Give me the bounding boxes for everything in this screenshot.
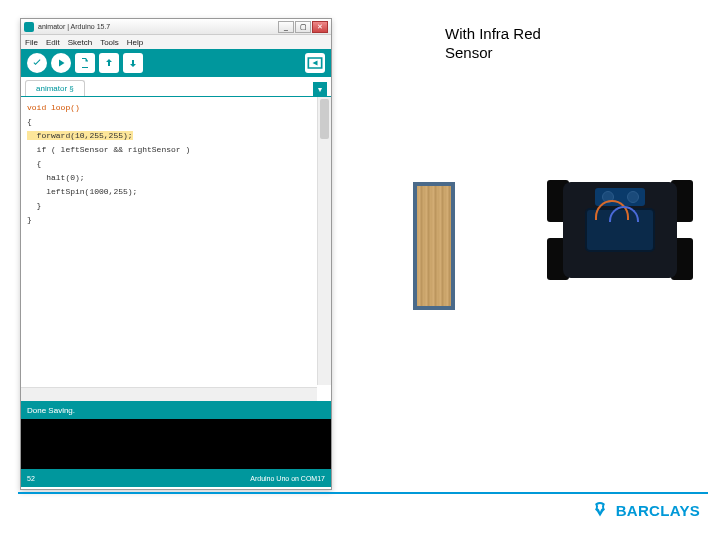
tab-bar: animator § ▾ <box>21 77 331 97</box>
menu-tools[interactable]: Tools <box>100 38 119 47</box>
status-bar: Done Saving. <box>21 401 331 419</box>
menu-help[interactable]: Help <box>127 38 143 47</box>
arrow-up-icon <box>103 57 115 69</box>
window-title: animator | Arduino 15.7 <box>38 23 278 30</box>
vertical-scrollbar[interactable] <box>317 97 331 385</box>
menu-bar: File Edit Sketch Tools Help <box>21 35 331 49</box>
console-output[interactable] <box>21 419 331 469</box>
arrow-down-icon <box>127 57 139 69</box>
minimize-button[interactable]: _ <box>278 21 294 33</box>
footer-bar: 52 Arduino Uno on COM17 <box>21 469 331 487</box>
sensor-eye-icon <box>627 191 639 203</box>
maximize-button[interactable]: ▢ <box>295 21 311 33</box>
arrow-right-icon <box>55 57 67 69</box>
caption-line1: With Infra Red <box>445 25 541 44</box>
brand-logo: BARCLAYS <box>590 500 700 520</box>
serial-monitor-button[interactable] <box>305 53 325 73</box>
check-icon <box>31 57 43 69</box>
code-line: void loop() <box>27 103 80 112</box>
file-icon <box>79 57 91 69</box>
verify-button[interactable] <box>27 53 47 73</box>
save-button[interactable] <box>123 53 143 73</box>
menu-sketch[interactable]: Sketch <box>68 38 92 47</box>
code-line: if ( leftSensor && rightSensor ) <box>27 143 325 157</box>
status-text: Done Saving. <box>27 406 75 415</box>
board-info: Arduino Uno on COM17 <box>250 475 325 482</box>
new-button[interactable] <box>75 53 95 73</box>
code-line: { <box>27 157 325 171</box>
toolbar <box>21 49 331 77</box>
code-line: leftSpin(1000,255); <box>27 185 325 199</box>
code-line: } <box>27 199 325 213</box>
code-editor[interactable]: void loop() { forward(10,255,255); if ( … <box>21 97 331 401</box>
code-line-highlighted: forward(10,255,255); <box>27 131 133 140</box>
window-controls: _ ▢ ✕ <box>278 21 328 33</box>
window-titlebar[interactable]: animator | Arduino 15.7 _ ▢ ✕ <box>21 19 331 35</box>
serial-icon <box>305 53 325 73</box>
arduino-ide-window: animator | Arduino 15.7 _ ▢ ✕ File Edit … <box>20 18 332 490</box>
upload-button[interactable] <box>51 53 71 73</box>
code-line: halt(0); <box>27 171 325 185</box>
app-icon <box>24 22 34 32</box>
sketch-tab[interactable]: animator § <box>25 80 85 96</box>
caption-line2: Sensor <box>445 44 541 63</box>
menu-edit[interactable]: Edit <box>46 38 60 47</box>
brand-name: BARCLAYS <box>616 502 700 519</box>
line-number: 52 <box>27 475 35 482</box>
horizontal-scrollbar[interactable] <box>21 387 317 401</box>
slide-caption: With Infra Red Sensor <box>445 25 541 63</box>
code-line: { <box>27 115 325 129</box>
close-button[interactable]: ✕ <box>312 21 328 33</box>
divider-line <box>18 492 708 494</box>
open-button[interactable] <box>99 53 119 73</box>
tab-menu-button[interactable]: ▾ <box>313 82 327 96</box>
barclays-eagle-icon <box>590 500 610 520</box>
wires-icon <box>589 204 649 234</box>
robot-image <box>545 174 695 286</box>
menu-file[interactable]: File <box>25 38 38 47</box>
code-line: } <box>27 213 325 227</box>
wood-plank-image <box>413 182 455 310</box>
